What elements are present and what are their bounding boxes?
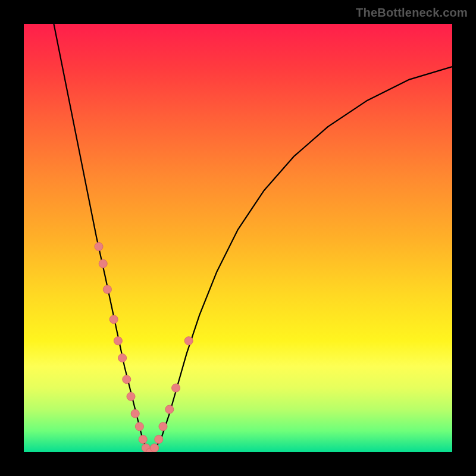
bottleneck-curve bbox=[24, 24, 452, 452]
sample-dot bbox=[114, 337, 122, 345]
sample-dot bbox=[99, 259, 107, 268]
sample-dot bbox=[103, 285, 111, 293]
sample-dot bbox=[123, 375, 131, 384]
sample-dot bbox=[127, 392, 135, 400]
watermark-text: TheBottleneck.com bbox=[356, 6, 468, 20]
sample-dot bbox=[131, 409, 139, 418]
sample-dot bbox=[184, 337, 193, 345]
sample-dot bbox=[95, 242, 103, 250]
sample-dot bbox=[159, 422, 167, 431]
sample-dot bbox=[155, 435, 163, 443]
sample-dot bbox=[146, 448, 154, 452]
sample-dot bbox=[165, 405, 174, 414]
gradient-background bbox=[24, 24, 452, 452]
chart-frame: TheBottleneck.com bbox=[0, 0, 476, 476]
sample-dot bbox=[109, 315, 118, 324]
sample-dot bbox=[172, 384, 180, 392]
sample-dot bbox=[118, 354, 127, 362]
sample-dot bbox=[135, 422, 143, 431]
sample-dot bbox=[151, 444, 159, 452]
sample-dot bbox=[142, 444, 150, 452]
sample-dot bbox=[139, 435, 147, 443]
